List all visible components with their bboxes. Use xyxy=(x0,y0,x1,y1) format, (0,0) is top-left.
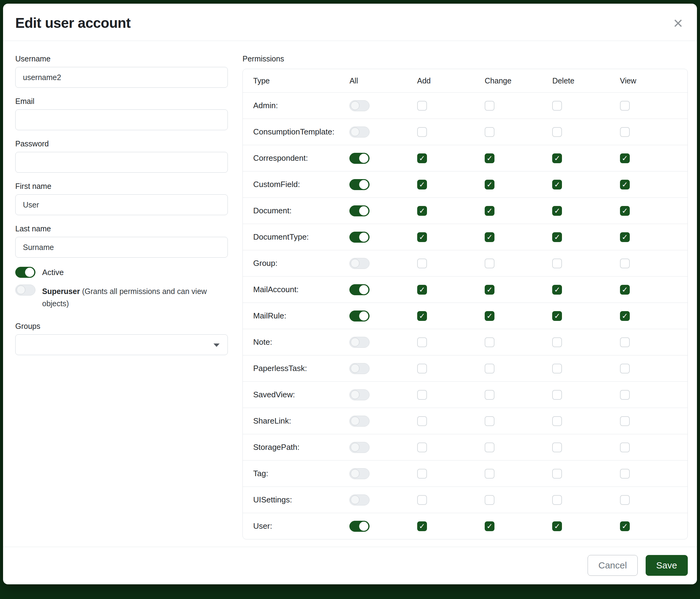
permission-all-toggle[interactable] xyxy=(349,495,370,505)
permission-delete-checkbox[interactable] xyxy=(552,101,562,111)
permission-delete-checkbox[interactable] xyxy=(552,364,562,374)
permission-change-checkbox[interactable] xyxy=(485,364,495,374)
permission-change-checkbox[interactable] xyxy=(485,285,495,295)
first-name-input[interactable] xyxy=(15,194,228,215)
permission-add-checkbox[interactable] xyxy=(417,153,427,163)
permission-delete-checkbox[interactable] xyxy=(552,127,562,137)
permission-add-checkbox[interactable] xyxy=(417,101,427,111)
permission-view-checkbox[interactable] xyxy=(620,390,630,400)
permission-add-checkbox[interactable] xyxy=(417,416,427,426)
toggle-knob xyxy=(351,259,359,268)
permission-all-toggle[interactable] xyxy=(349,206,370,216)
permission-change-checkbox[interactable] xyxy=(485,206,495,216)
permission-delete-checkbox[interactable] xyxy=(552,390,562,400)
permission-view-checkbox[interactable] xyxy=(620,521,630,531)
permission-change-checkbox[interactable] xyxy=(485,469,495,479)
permission-change-checkbox[interactable] xyxy=(485,495,495,505)
permission-view-checkbox[interactable] xyxy=(620,469,630,479)
email-input[interactable] xyxy=(15,110,228,130)
permission-change-checkbox[interactable] xyxy=(485,416,495,426)
permission-view-checkbox[interactable] xyxy=(620,232,630,242)
permission-add-checkbox[interactable] xyxy=(417,390,427,400)
permission-add-checkbox[interactable] xyxy=(417,521,427,531)
permission-add-checkbox[interactable] xyxy=(417,442,427,452)
active-toggle[interactable] xyxy=(15,267,35,278)
permission-all-toggle[interactable] xyxy=(349,153,370,164)
permission-delete-checkbox[interactable] xyxy=(552,311,562,321)
permission-view-checkbox[interactable] xyxy=(620,206,630,216)
password-input[interactable] xyxy=(15,152,228,173)
groups-select[interactable] xyxy=(15,334,228,355)
permission-view-checkbox[interactable] xyxy=(620,285,630,295)
permission-delete-checkbox[interactable] xyxy=(552,416,562,426)
permission-change-checkbox[interactable] xyxy=(485,390,495,400)
permission-add-checkbox[interactable] xyxy=(417,232,427,242)
permission-view-checkbox[interactable] xyxy=(620,364,630,374)
permission-all-toggle[interactable] xyxy=(349,311,370,321)
permission-all-toggle[interactable] xyxy=(349,389,370,400)
permission-view-checkbox[interactable] xyxy=(620,259,630,268)
permission-all-toggle[interactable] xyxy=(349,416,370,427)
permission-all-toggle[interactable] xyxy=(349,126,370,138)
permission-change-checkbox[interactable] xyxy=(485,153,495,163)
cancel-button[interactable]: Cancel xyxy=(588,555,638,576)
permission-add-checkbox[interactable] xyxy=(417,180,427,190)
permission-row: ConsumptionTemplate: xyxy=(243,119,688,145)
permission-all-toggle[interactable] xyxy=(349,337,370,348)
permission-add-checkbox[interactable] xyxy=(417,285,427,295)
permission-add-checkbox[interactable] xyxy=(417,337,427,347)
permission-change-checkbox[interactable] xyxy=(485,311,495,321)
permission-change-checkbox[interactable] xyxy=(485,521,495,531)
permission-add-checkbox[interactable] xyxy=(417,311,427,321)
permission-all-toggle[interactable] xyxy=(349,363,370,374)
permission-view-checkbox[interactable] xyxy=(620,495,630,505)
permission-all-toggle[interactable] xyxy=(349,284,370,295)
permission-change-checkbox[interactable] xyxy=(485,442,495,452)
permission-all-toggle[interactable] xyxy=(349,100,370,111)
permission-view-checkbox[interactable] xyxy=(620,180,630,190)
permission-view-checkbox[interactable] xyxy=(620,153,630,163)
save-button[interactable]: Save xyxy=(646,555,688,576)
last-name-input[interactable] xyxy=(15,237,228,258)
permission-delete-checkbox[interactable] xyxy=(552,442,562,452)
permission-all-toggle[interactable] xyxy=(349,179,370,190)
permission-change-checkbox[interactable] xyxy=(485,232,495,242)
username-input[interactable] xyxy=(15,67,228,88)
permission-all-toggle[interactable] xyxy=(349,468,370,479)
permission-all-toggle[interactable] xyxy=(349,258,370,269)
permission-delete-checkbox[interactable] xyxy=(552,521,562,531)
permission-delete-checkbox[interactable] xyxy=(552,495,562,505)
permission-delete-checkbox[interactable] xyxy=(552,285,562,295)
permission-view-checkbox[interactable] xyxy=(620,101,630,111)
permission-delete-checkbox[interactable] xyxy=(552,469,562,479)
permission-change-checkbox[interactable] xyxy=(485,259,495,268)
permission-add-checkbox[interactable] xyxy=(417,259,427,268)
permission-change-checkbox[interactable] xyxy=(485,180,495,190)
permission-delete-checkbox[interactable] xyxy=(552,337,562,347)
permission-delete-checkbox[interactable] xyxy=(552,153,562,163)
permission-add-checkbox[interactable] xyxy=(417,495,427,505)
permission-add-checkbox[interactable] xyxy=(417,364,427,374)
permission-change-checkbox[interactable] xyxy=(485,127,495,137)
permission-view-checkbox[interactable] xyxy=(620,337,630,347)
permission-delete-checkbox[interactable] xyxy=(552,206,562,216)
permission-change-checkbox[interactable] xyxy=(485,101,495,111)
permission-type-label: MailRule: xyxy=(243,311,349,320)
permission-view-checkbox[interactable] xyxy=(620,311,630,321)
permission-delete-checkbox[interactable] xyxy=(552,259,562,268)
permission-view-checkbox[interactable] xyxy=(620,442,630,452)
permission-all-toggle[interactable] xyxy=(349,232,370,243)
permission-all-toggle[interactable] xyxy=(349,442,370,453)
permission-view-checkbox[interactable] xyxy=(620,127,630,137)
superuser-toggle[interactable] xyxy=(15,285,35,295)
permission-all-toggle[interactable] xyxy=(349,521,370,532)
groups-group: Groups xyxy=(15,322,228,355)
permission-add-checkbox[interactable] xyxy=(417,469,427,479)
permission-add-checkbox[interactable] xyxy=(417,127,427,137)
permission-change-checkbox[interactable] xyxy=(485,337,495,347)
close-button[interactable]: × xyxy=(671,15,685,31)
permission-delete-checkbox[interactable] xyxy=(552,232,562,242)
permission-delete-checkbox[interactable] xyxy=(552,180,562,190)
permission-view-checkbox[interactable] xyxy=(620,416,630,426)
permission-add-checkbox[interactable] xyxy=(417,206,427,216)
